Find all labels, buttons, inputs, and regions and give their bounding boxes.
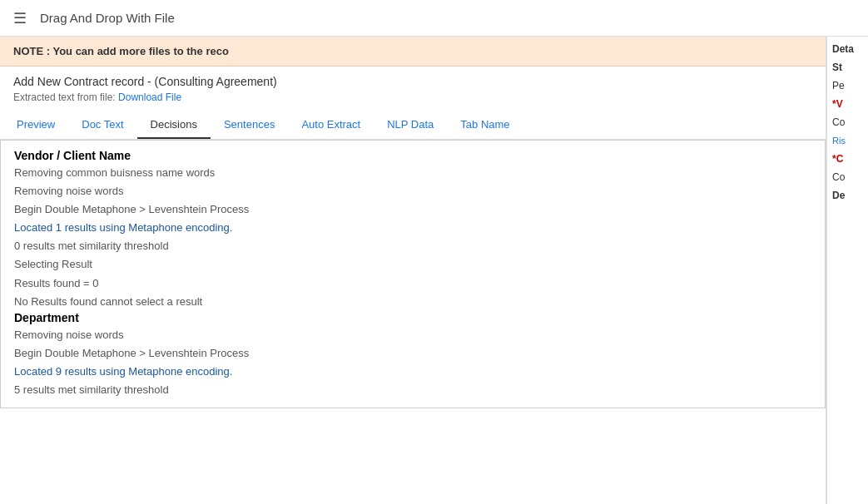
decision-line: Begin Double Metaphone > Levenshtein Pro… xyxy=(14,200,811,219)
right-co2: Co xyxy=(832,171,863,183)
decision-line: Selecting Result xyxy=(14,255,811,274)
decision-line: Removing common buisness name words xyxy=(14,164,811,182)
decisions-panel[interactable]: Vendor / Client NameRemoving common buis… xyxy=(0,140,826,408)
right-pe: Pe xyxy=(832,80,863,91)
decision-line: Removing noise words xyxy=(14,182,811,200)
right-ris: Ris xyxy=(832,135,863,146)
tab-doctext[interactable]: Doc Text xyxy=(68,111,136,139)
right-panel: Deta St Pe *V Co Ris *C Co xyxy=(826,37,868,504)
decision-line: 5 results met similarity threshold xyxy=(14,381,811,399)
decision-line: 0 results met similarity threshold xyxy=(14,237,811,255)
page-title: Drag And Drop With File xyxy=(40,11,175,25)
right-de: De xyxy=(832,190,863,201)
tab-nlpdata[interactable]: NLP Data xyxy=(374,111,447,139)
main-content: NOTE : You can add more files to the rec… xyxy=(0,37,868,504)
decision-line: Located 9 results using Metaphone encodi… xyxy=(14,363,811,381)
right-panel-inner: Deta St Pe *V Co Ris *C Co xyxy=(827,37,868,215)
download-link[interactable]: Download File xyxy=(118,91,181,103)
right-co: Co xyxy=(832,116,863,128)
tab-tabname[interactable]: Tab Name xyxy=(447,111,523,139)
right-deta: Deta xyxy=(832,43,863,55)
decision-line: Removing noise words xyxy=(14,326,811,344)
tab-autoextract[interactable]: Auto Extract xyxy=(288,111,374,139)
decision-line: Located 1 results using Metaphone encodi… xyxy=(14,219,811,237)
notice-bar: NOTE : You can add more files to the rec… xyxy=(0,37,826,67)
left-panel: NOTE : You can add more files to the rec… xyxy=(0,37,826,504)
right-st: St xyxy=(832,62,863,73)
tab-preview[interactable]: Preview xyxy=(3,111,68,139)
right-c2: *C xyxy=(832,153,863,165)
record-subtitle: Extracted text from file: Download File xyxy=(13,91,812,103)
record-header: Add New Contract record - (Consulting Ag… xyxy=(0,67,826,103)
record-title: Add New Contract record - (Consulting Ag… xyxy=(13,75,812,88)
right-v: *V xyxy=(832,98,863,110)
decision-line: Vendor / Client Name xyxy=(14,149,811,162)
notice-text: NOTE : You can add more files to the rec… xyxy=(13,45,229,57)
hamburger-icon[interactable]: ☰ xyxy=(13,9,27,27)
tab-sentences[interactable]: Sentences xyxy=(211,111,288,139)
decision-line: No Results found cannot select a result xyxy=(14,293,811,311)
tabs-bar: Preview Doc Text Decisions Sentences Aut… xyxy=(0,111,826,140)
top-bar: ☰ Drag And Drop With File xyxy=(0,0,868,37)
decision-line: Department xyxy=(14,311,811,324)
decision-line: Begin Double Metaphone > Levenshtein Pro… xyxy=(14,344,811,363)
decision-line: Results found = 0 xyxy=(14,274,811,293)
tab-decisions[interactable]: Decisions xyxy=(137,111,211,139)
